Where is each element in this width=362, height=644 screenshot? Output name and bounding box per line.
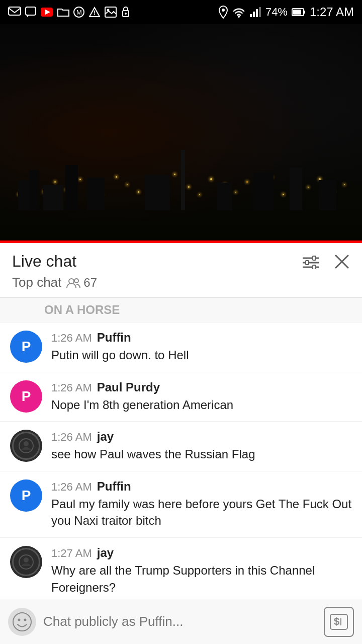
location-icon [218, 6, 228, 19]
message-author-2: jay [97, 430, 114, 444]
sms-icon [8, 7, 21, 18]
message-body-3: 1:26 AM Puffin Paul my family was here b… [51, 479, 352, 529]
svg-point-14 [238, 16, 240, 18]
message-author-4: jay [97, 546, 114, 560]
chat-icon [25, 7, 36, 18]
battery-icon [292, 8, 306, 17]
status-icons-right: 74% 1:27 AM [218, 5, 354, 19]
emoji-icon [12, 612, 32, 632]
city-lights [0, 150, 362, 210]
svg-rect-0 [9, 7, 21, 15]
message-time-4: 1:27 AM [51, 547, 92, 560]
chat-message-3: 1:26 AM jay see how Paul waves the Russi… [0, 422, 362, 471]
viewer-count: 67 [66, 276, 97, 290]
chat-message-1: P 1:26 AM Puffin Putin will go down. to … [0, 323, 362, 372]
svg-point-32 [17, 437, 35, 455]
message-text-4: Why are all the Trump Supporters in this… [51, 564, 315, 594]
viewer-count-text: 67 [83, 276, 97, 290]
chat-container: Live chat [0, 243, 362, 644]
status-icons-left: M ! [8, 7, 131, 18]
avatar-0: P [10, 331, 42, 363]
svg-rect-25 [313, 256, 316, 260]
status-bar: M ! 74% 1:27 AM [0, 0, 362, 24]
send-icon: $ [329, 613, 348, 630]
emoji-button[interactable] [8, 608, 36, 636]
folder-icon [57, 7, 69, 17]
svg-point-44 [18, 618, 21, 621]
svg-point-13 [222, 9, 225, 12]
svg-rect-17 [256, 9, 258, 17]
message-text-2: see how Paul waves the Russian Flag [51, 447, 255, 461]
chat-message-5: 1:27 AM jay Why are all the Trump Suppor… [0, 538, 362, 604]
message-author-0: Puffin [97, 331, 131, 345]
svg-rect-16 [253, 12, 255, 17]
close-icon[interactable] [334, 254, 350, 270]
top-chat-label: Top chat [12, 275, 61, 290]
chat-header: Live chat [0, 243, 362, 273]
svg-text:$: $ [334, 616, 339, 627]
svg-text:M: M [76, 9, 82, 16]
image-icon [105, 7, 117, 18]
svg-point-43 [13, 613, 31, 631]
svg-point-36 [19, 555, 33, 569]
shield-icon [121, 7, 131, 18]
battery-text: 74% [265, 6, 288, 19]
svg-point-45 [24, 618, 27, 621]
message-time-3: 1:26 AM [51, 480, 92, 494]
chat-header-icons [302, 254, 350, 270]
svg-rect-15 [250, 14, 252, 17]
send-currency-button[interactable]: $ [324, 607, 354, 637]
message-author-3: Puffin [97, 479, 131, 494]
signal-icon [249, 7, 261, 18]
svg-rect-27 [313, 265, 316, 269]
message-body-2: 1:26 AM jay see how Paul waves the Russi… [51, 430, 352, 463]
youtube-icon [40, 7, 53, 17]
message-meta-3: 1:26 AM Puffin [51, 479, 352, 494]
message-meta-0: 1:26 AM Puffin [51, 331, 352, 345]
message-time-1: 1:26 AM [51, 381, 92, 394]
chat-message-4: P 1:26 AM Puffin Paul my family was here… [0, 471, 362, 538]
chat-subheader: Top chat 67 [0, 273, 362, 298]
video-player[interactable] [0, 24, 362, 240]
input-bar: $ [0, 599, 362, 644]
message-author-1: Paul Purdy [97, 380, 160, 394]
svg-rect-21 [293, 10, 301, 15]
message-time-0: 1:26 AM [51, 332, 92, 345]
partial-message-text: ON A HORSE [44, 303, 120, 317]
svg-point-34 [24, 441, 29, 446]
message-body-1: 1:26 AM Paul Purdy Nope I'm 8th generati… [51, 380, 352, 414]
warning-icon: ! [88, 7, 101, 18]
avatar-3: P [10, 479, 42, 512]
message-text-1: Nope I'm 8th generation American [51, 398, 233, 412]
svg-rect-1 [26, 7, 36, 15]
svg-rect-18 [259, 7, 261, 17]
svg-text:!: ! [94, 10, 96, 17]
viewer-icon [66, 277, 80, 288]
chat-title: Live chat [12, 252, 76, 271]
svg-rect-20 [304, 11, 305, 14]
svg-point-31 [74, 279, 78, 283]
svg-rect-26 [306, 261, 309, 265]
time-display: 1:27 AM [310, 5, 354, 19]
message-body-4: 1:27 AM jay Why are all the Trump Suppor… [51, 546, 352, 596]
wifi-icon [232, 7, 245, 18]
message-text-0: Putin will go down. to Hell [51, 348, 189, 362]
chat-message-2: P 1:26 AM Paul Purdy Nope I'm 8th genera… [0, 372, 362, 422]
message-time-2: 1:26 AM [51, 431, 92, 444]
chat-messages: P 1:26 AM Puffin Putin will go down. to … [0, 323, 362, 644]
message-meta-2: 1:26 AM jay [51, 430, 352, 444]
message-text-3: Paul my family was here before yours Get… [51, 497, 351, 528]
avatar-1: P [10, 380, 42, 413]
message-meta-4: 1:27 AM jay [51, 546, 352, 560]
avatar-4 [10, 546, 42, 578]
filter-icon[interactable] [302, 254, 320, 269]
svg-point-12 [125, 13, 127, 15]
svg-point-37 [24, 557, 29, 562]
avatar-2 [10, 430, 42, 462]
svg-point-35 [17, 553, 35, 571]
partial-message: ON A HORSE [0, 298, 362, 323]
m-icon: M [73, 7, 84, 18]
message-meta-1: 1:26 AM Paul Purdy [51, 380, 352, 394]
message-body-0: 1:26 AM Puffin Putin will go down. to He… [51, 331, 352, 364]
chat-input[interactable] [43, 608, 317, 636]
